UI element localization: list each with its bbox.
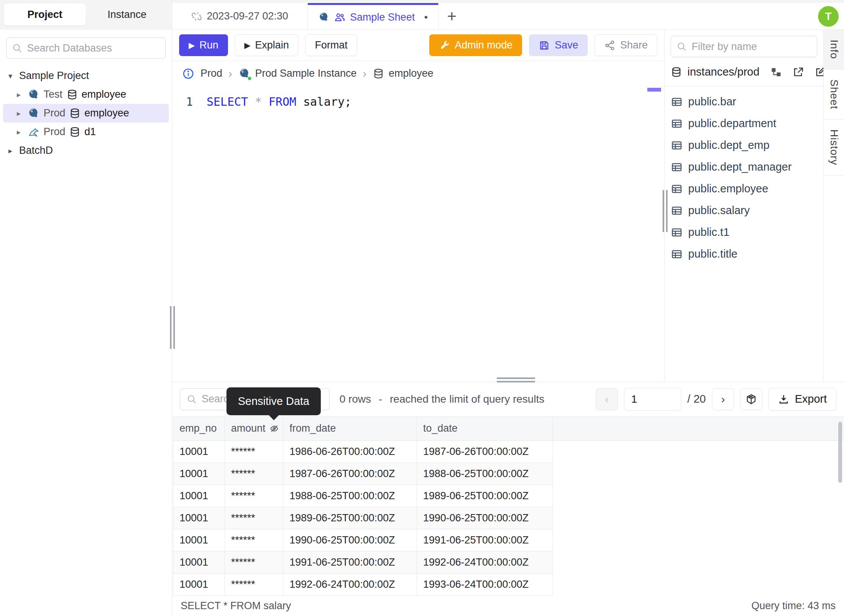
executed-query: SELECT * FROM salary (181, 600, 291, 612)
tab-history-label: 2023-09-27 02:30 (207, 10, 288, 22)
cell-emp-no[interactable]: 10001 (173, 440, 225, 463)
table-row[interactable]: 10001 ****** 1989-06-25T00:00:00Z 1990-0… (173, 507, 844, 529)
side-tab-sheet[interactable]: Sheet (824, 69, 844, 119)
table-list-item[interactable]: public.t1 (665, 221, 823, 243)
cell-amount-masked[interactable]: ****** (225, 507, 283, 529)
info-icon[interactable] (182, 68, 194, 80)
sql-editor-app: Project Instance Search Databases ▾ Samp… (0, 0, 844, 616)
explain-button[interactable]: ▶ Explain (235, 34, 299, 56)
schema-diagram-button[interactable] (770, 66, 782, 78)
cell-amount-masked[interactable]: ****** (225, 485, 283, 507)
next-page-button[interactable]: › (712, 388, 734, 410)
tree-node-prod-d1[interactable]: ▸ Prod d1 (3, 123, 169, 141)
cell-to-date[interactable]: 1992-06-24T00:00:00Z (417, 551, 553, 573)
wrench-icon (439, 40, 450, 51)
cell-emp-no[interactable]: 10001 (173, 463, 225, 485)
tab-instance[interactable]: Instance (86, 3, 168, 26)
tree-node-batchd[interactable]: ▸ BatchD (3, 141, 169, 160)
cell-from-date[interactable]: 1986-06-26T00:00:00Z (283, 440, 417, 463)
format-button[interactable]: Format (305, 34, 357, 56)
export-button[interactable]: Export (768, 388, 836, 411)
save-button[interactable]: Save (529, 34, 588, 56)
instance-online-dot (247, 76, 252, 81)
cell-from-date[interactable]: 1991-06-25T00:00:00Z (283, 551, 417, 573)
table-row[interactable]: 10001 ****** 1986-06-26T00:00:00Z 1987-0… (173, 440, 844, 463)
cell-from-date[interactable]: 1990-06-25T00:00:00Z (283, 529, 417, 551)
page-number-input[interactable] (624, 388, 681, 411)
table-icon (671, 118, 683, 130)
cell-to-date[interactable]: 1989-06-25T00:00:00Z (417, 485, 553, 507)
table-list-item[interactable]: public.department (665, 113, 823, 134)
cell-amount-masked[interactable]: ****** (225, 463, 283, 485)
cell-amount-masked[interactable]: ****** (225, 529, 283, 551)
cell-to-date[interactable]: 1993-06-24T00:00:00Z (417, 573, 553, 595)
tree-node-test-employee[interactable]: ▸ Test employee (3, 85, 169, 104)
cell-emp-no[interactable]: 10001 (173, 573, 225, 595)
database-search-input[interactable]: Search Databases (6, 37, 166, 59)
cell-to-date[interactable]: 1990-06-25T00:00:00Z (417, 507, 553, 529)
cell-emp-no[interactable]: 10001 (173, 529, 225, 551)
table-list-item[interactable]: public.bar (665, 91, 823, 113)
column-header-emp-no[interactable]: emp_no (173, 416, 225, 440)
tab-history-sheet[interactable]: 2023-09-27 02:30 (172, 3, 308, 29)
results-scrollbar[interactable] (838, 422, 842, 483)
line-number: 1 (172, 95, 207, 108)
tree-node-sample-project[interactable]: ▾ Sample Project (3, 66, 169, 85)
masking-access-button[interactable] (740, 388, 762, 410)
prev-page-button[interactable]: ‹ (596, 388, 618, 410)
cell-from-date[interactable]: 1988-06-25T00:00:00Z (283, 485, 417, 507)
cell-amount-masked[interactable]: ****** (225, 440, 283, 463)
panel-resize-handle[interactable] (662, 190, 668, 232)
cell-empty (553, 507, 844, 529)
table-row[interactable]: 10001 ****** 1991-06-25T00:00:00Z 1992-0… (173, 551, 844, 573)
breadcrumb-database[interactable]: employee (373, 68, 433, 79)
filter-input[interactable]: Filter by name (671, 36, 817, 57)
admin-mode-button[interactable]: Admin mode (429, 34, 522, 56)
table-list-item[interactable]: public.salary (665, 200, 823, 221)
cell-emp-no[interactable]: 10001 (173, 507, 225, 529)
sidebar-resize-handle[interactable] (169, 306, 175, 349)
open-external-button[interactable] (792, 66, 804, 78)
download-icon (778, 393, 789, 405)
breadcrumb-instance[interactable]: Prod Sample Instance (238, 68, 357, 80)
new-tab-button[interactable]: + (438, 3, 465, 29)
table-row[interactable]: 10001 ****** 1990-06-25T00:00:00Z 1991-0… (173, 529, 844, 551)
tab-project[interactable]: Project (4, 3, 86, 26)
table-name: public.dept_manager (688, 161, 792, 173)
sql-editor[interactable]: 1 SELECT * FROM salary; (172, 86, 664, 382)
editor-scroll-indicator[interactable] (647, 88, 661, 92)
query-time: Query time: 43 ms (751, 600, 836, 612)
run-button[interactable]: ▶ Run (179, 34, 228, 56)
cell-to-date[interactable]: 1991-06-25T00:00:00Z (417, 529, 553, 551)
cell-from-date[interactable]: 1992-06-24T00:00:00Z (283, 573, 417, 595)
table-list-item[interactable]: public.dept_manager (665, 156, 823, 178)
avatar[interactable]: T (818, 6, 839, 27)
cell-empty (553, 573, 844, 595)
cell-amount-masked[interactable]: ****** (225, 551, 283, 573)
side-tab-history[interactable]: History (824, 119, 844, 176)
breadcrumb-env[interactable]: Prod (200, 68, 222, 79)
table-row[interactable]: 10001 ****** 1988-06-25T00:00:00Z 1989-0… (173, 485, 844, 507)
cell-emp-no[interactable]: 10001 (173, 485, 225, 507)
table-row[interactable]: 10001 ****** 1987-06-26T00:00:00Z 1988-0… (173, 463, 844, 485)
table-row[interactable]: 10001 ****** 1992-06-24T00:00:00Z 1993-0… (173, 573, 844, 595)
cell-from-date[interactable]: 1987-06-26T00:00:00Z (283, 463, 417, 485)
tree-node-prod-employee[interactable]: ▸ Prod employee (3, 104, 169, 123)
results-resize-handle[interactable] (497, 377, 535, 383)
column-header-to-date[interactable]: to_date (417, 416, 553, 440)
table-list-item[interactable]: public.dept_emp (665, 134, 823, 156)
cell-amount-masked[interactable]: ****** (225, 573, 283, 595)
filter-placeholder: Filter by name (692, 41, 757, 53)
side-tab-info[interactable]: Info (824, 30, 844, 69)
table-list-item[interactable]: public.employee (665, 178, 823, 200)
table-list-item[interactable]: public.title (665, 243, 823, 265)
share-button[interactable]: Share (595, 34, 657, 56)
cell-emp-no[interactable]: 10001 (173, 551, 225, 573)
cell-to-date[interactable]: 1987-06-26T00:00:00Z (417, 440, 553, 463)
column-header-from-date[interactable]: from_date (283, 416, 417, 440)
tab-sample-sheet[interactable]: Sample Sheet ● (308, 3, 438, 29)
external-link-icon (792, 66, 804, 78)
cell-to-date[interactable]: 1988-06-25T00:00:00Z (417, 463, 553, 485)
cell-from-date[interactable]: 1989-06-25T00:00:00Z (283, 507, 417, 529)
search-placeholder: Search Databases (27, 42, 112, 54)
